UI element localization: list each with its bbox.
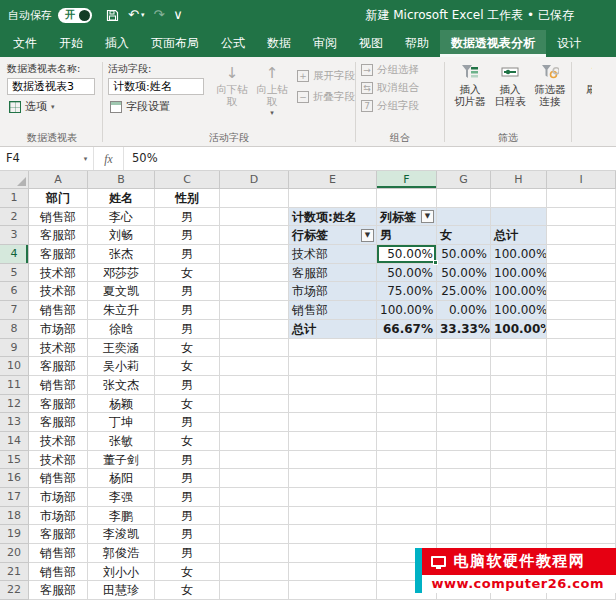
undo-icon[interactable]: ↶▾ — [128, 0, 144, 30]
row-header-8[interactable]: 8 — [0, 320, 29, 339]
cell-b12[interactable]: 杨颖 — [88, 395, 155, 414]
cell-i16[interactable] — [547, 469, 616, 488]
cell-e7[interactable]: 销售部 — [289, 301, 377, 320]
cell-f6[interactable]: 75.00% — [377, 282, 437, 301]
cell-b15[interactable]: 董子剑 — [88, 451, 155, 470]
cell-b10[interactable]: 吴小莉 — [88, 357, 155, 376]
cell-b9[interactable]: 王奕涵 — [88, 339, 155, 358]
cell-b1[interactable]: 姓名 — [88, 189, 155, 208]
cell-h7[interactable]: 100.00% — [491, 301, 547, 320]
cell-h12[interactable] — [491, 395, 547, 414]
cell-i12[interactable] — [547, 395, 616, 414]
cell-h17[interactable] — [491, 488, 547, 507]
cell-d8[interactable] — [220, 320, 289, 339]
cell-f15[interactable] — [377, 451, 437, 470]
cell-i7[interactable] — [547, 301, 616, 320]
column-header-i[interactable]: I — [547, 171, 616, 189]
drill-down-button[interactable]: ↓ 向下钻 取 — [212, 61, 252, 131]
cell-d10[interactable] — [220, 357, 289, 376]
cell-d14[interactable] — [220, 432, 289, 451]
cell-c1[interactable]: 性别 — [155, 189, 220, 208]
cell-g3[interactable]: 女 — [437, 226, 491, 245]
cell-f7[interactable]: 100.00% — [377, 301, 437, 320]
cell-d4[interactable] — [220, 245, 289, 264]
row-header-9[interactable]: 9 — [0, 339, 29, 358]
insert-slicer-button[interactable]: 插入 切片器 — [450, 61, 490, 131]
cell-i5[interactable] — [547, 264, 616, 283]
cell-e15[interactable] — [289, 451, 377, 470]
column-header-h[interactable]: H — [491, 171, 547, 189]
ungroup-button[interactable]: ⇆ 取消组合 — [361, 81, 439, 95]
cell-a8[interactable]: 市场部 — [29, 320, 88, 339]
cell-c6[interactable]: 男 — [155, 282, 220, 301]
cell-h8[interactable]: 100.00% — [491, 320, 547, 339]
cell-a17[interactable]: 市场部 — [29, 488, 88, 507]
pivot-filter-dropdown-icon[interactable]: ▼ — [361, 229, 374, 242]
cell-i2[interactable] — [547, 208, 616, 227]
row-header-21[interactable]: 21 — [0, 563, 29, 582]
row-header-1[interactable]: 1 — [0, 189, 29, 208]
cell-h18[interactable] — [491, 507, 547, 526]
save-icon[interactable] — [106, 9, 119, 22]
cell-c21[interactable]: 女 — [155, 563, 220, 582]
cell-e18[interactable] — [289, 507, 377, 526]
row-header-3[interactable]: 3 — [0, 226, 29, 245]
cell-e8[interactable]: 总计 — [289, 320, 377, 339]
cell-c4[interactable]: 男 — [155, 245, 220, 264]
cell-i4[interactable] — [547, 245, 616, 264]
cell-d20[interactable] — [220, 544, 289, 563]
cell-d5[interactable] — [220, 264, 289, 283]
column-header-c[interactable]: C — [155, 171, 220, 189]
cell-i6[interactable] — [547, 282, 616, 301]
cell-a16[interactable]: 销售部 — [29, 469, 88, 488]
cell-e21[interactable] — [289, 563, 377, 582]
cell-i9[interactable] — [547, 339, 616, 358]
cell-b16[interactable]: 杨阳 — [88, 469, 155, 488]
collapse-field-button[interactable]: − 折叠字段 — [297, 90, 355, 104]
cell-a2[interactable]: 销售部 — [29, 208, 88, 227]
cell-i17[interactable] — [547, 488, 616, 507]
cell-e16[interactable] — [289, 469, 377, 488]
cell-c9[interactable]: 女 — [155, 339, 220, 358]
column-header-f[interactable]: F — [377, 171, 437, 189]
cell-b3[interactable]: 刘畅 — [88, 226, 155, 245]
cell-f18[interactable] — [377, 507, 437, 526]
cell-b7[interactable]: 朱立升 — [88, 301, 155, 320]
cell-f10[interactable] — [377, 357, 437, 376]
cell-d11[interactable] — [220, 376, 289, 395]
cell-h5[interactable]: 100.00% — [491, 264, 547, 283]
cell-b11[interactable]: 张文杰 — [88, 376, 155, 395]
insert-function-icon[interactable]: fx — [94, 147, 124, 170]
insert-timeline-button[interactable]: 插入 日程表 — [490, 61, 530, 131]
cell-g5[interactable]: 50.00% — [437, 264, 491, 283]
row-header-13[interactable]: 13 — [0, 413, 29, 432]
tab-design[interactable]: 设计 — [546, 30, 592, 57]
cell-e19[interactable] — [289, 525, 377, 544]
cell-g19[interactable] — [437, 525, 491, 544]
cell-a11[interactable]: 销售部 — [29, 376, 88, 395]
cell-d1[interactable] — [220, 189, 289, 208]
cell-a13[interactable]: 客服部 — [29, 413, 88, 432]
row-header-14[interactable]: 14 — [0, 432, 29, 451]
redo-icon[interactable]: ↷ — [153, 0, 164, 30]
cell-f1[interactable] — [377, 189, 437, 208]
cell-g18[interactable] — [437, 507, 491, 526]
cell-i8[interactable] — [547, 320, 616, 339]
row-header-10[interactable]: 10 — [0, 357, 29, 376]
cell-b5[interactable]: 邓莎莎 — [88, 264, 155, 283]
cell-h2[interactable] — [491, 208, 547, 227]
tab-page-layout[interactable]: 页面布局 — [140, 30, 210, 57]
tab-insert[interactable]: 插入 — [94, 30, 140, 57]
cell-c13[interactable]: 男 — [155, 413, 220, 432]
cell-f19[interactable] — [377, 525, 437, 544]
cell-c5[interactable]: 女 — [155, 264, 220, 283]
cell-d16[interactable] — [220, 469, 289, 488]
cell-i10[interactable] — [547, 357, 616, 376]
cell-d6[interactable] — [220, 282, 289, 301]
cell-h19[interactable] — [491, 525, 547, 544]
cell-b2[interactable]: 李心 — [88, 208, 155, 227]
autosave-toggle[interactable]: 自动保存 开 — [8, 8, 92, 23]
column-header-e[interactable]: E — [289, 171, 377, 189]
row-header-2[interactable]: 2 — [0, 208, 29, 227]
row-header-17[interactable]: 17 — [0, 488, 29, 507]
